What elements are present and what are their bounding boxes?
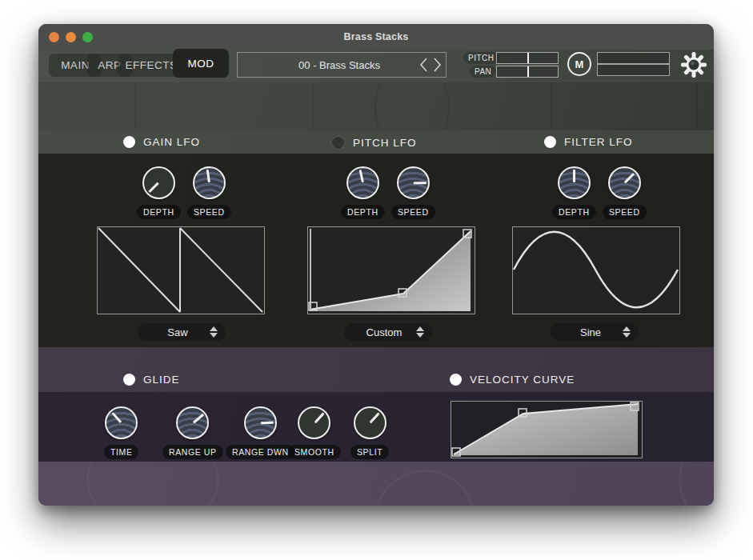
- saw-wave-icon: [98, 227, 263, 313]
- pitch-lfo-wave-display[interactable]: [307, 226, 475, 314]
- filter-lfo-toggle[interactable]: FILTER LFO: [544, 136, 633, 148]
- pitch-wave-dropdown[interactable]: Custom: [344, 323, 432, 341]
- gain-lfo-toggle[interactable]: GAIN LFO: [123, 136, 200, 148]
- glide-smooth-knob[interactable]: [298, 406, 330, 439]
- dropdown-arrows-icon: [416, 326, 424, 338]
- filter-depth-knob-group: DEPTH: [552, 166, 596, 219]
- chevron-left-icon: [419, 57, 428, 73]
- filter-lfo-led-icon[interactable]: [544, 136, 556, 148]
- knob-pointer: [573, 170, 575, 182]
- gain-lfo-title: GAIN LFO: [143, 136, 200, 148]
- preset-next-button[interactable]: [432, 56, 443, 74]
- gear-icon[interactable]: [680, 51, 707, 78]
- preset-selector[interactable]: 00 - Brass Stacks: [237, 52, 447, 78]
- pitch-lfo-title: PITCH LFO: [353, 137, 417, 149]
- knob-pointer: [206, 170, 210, 182]
- glide-range-up-knob[interactable]: [176, 406, 209, 439]
- tab-mod[interactable]: MOD: [173, 49, 229, 78]
- glide-time-label: TIME: [104, 445, 138, 459]
- gain-wave-value: Saw: [138, 326, 210, 338]
- pitch-speed-knob[interactable]: [397, 166, 430, 199]
- gain-speed-label: SPEED: [187, 205, 231, 219]
- pitch-depth-knob-group: DEPTH: [341, 166, 385, 219]
- titlebar: Brass Stacks: [38, 24, 714, 50]
- velocity-led-icon[interactable]: [450, 374, 462, 386]
- glide-range-up-knob-group: RANGE UP: [162, 406, 223, 459]
- knob-pointer: [624, 173, 635, 183]
- pitch-speed-knob-group: SPEED: [391, 166, 435, 219]
- pitch-wheel-label: PITCH: [463, 52, 499, 64]
- gain-speed-knob[interactable]: [193, 166, 226, 199]
- filter-speed-knob[interactable]: [608, 166, 641, 199]
- preset-name: 00 - Brass Stacks: [238, 59, 419, 71]
- close-button[interactable]: [49, 32, 59, 42]
- pan-thumb[interactable]: [527, 66, 529, 77]
- sine-wave-icon: [513, 227, 679, 313]
- lfo-header-band: GAIN LFO PITCH LFO FILTER LFO: [38, 130, 714, 155]
- filter-lfo-title: FILTER LFO: [564, 136, 633, 148]
- gain-speed-knob-group: SPEED: [187, 166, 231, 219]
- gain-lfo-led-icon[interactable]: [123, 136, 135, 148]
- glide-range-dwn-knob-group: RANGE DWN: [226, 406, 295, 459]
- filter-depth-label: DEPTH: [552, 205, 596, 219]
- preset-prev-button[interactable]: [419, 56, 429, 74]
- knob-pointer: [112, 412, 122, 423]
- knob-pointer: [359, 170, 364, 182]
- gain-wave-dropdown[interactable]: Saw: [138, 323, 226, 341]
- glide-led-icon[interactable]: [123, 374, 135, 386]
- window-title: Brass Stacks: [38, 31, 714, 42]
- pan-slider[interactable]: [496, 66, 559, 78]
- pitch-wave-value: Custom: [344, 326, 416, 338]
- glide-time-knob[interactable]: [105, 406, 138, 439]
- glide-range-dwn-knob[interactable]: [244, 406, 277, 439]
- lfo-section: DEPTH SPEED Saw DEPTH: [38, 154, 714, 349]
- gain-lfo-wave-display[interactable]: [97, 226, 265, 314]
- custom-wave-icon: [308, 227, 474, 313]
- glide-range-dwn-label: RANGE DWN: [226, 445, 295, 459]
- velocity-curve-icon: [451, 402, 641, 457]
- mono-button[interactable]: M: [567, 52, 591, 76]
- filter-speed-label: SPEED: [603, 205, 647, 219]
- meter-top: [597, 52, 670, 64]
- dropdown-arrows-icon: [210, 326, 218, 338]
- glide-section: TIME RANGE UP RANGE DWN SMOOTH SPLIT: [38, 392, 714, 462]
- chevron-right-icon: [433, 57, 442, 73]
- minimize-button[interactable]: [66, 32, 76, 42]
- gain-depth-knob-group: DEPTH: [137, 166, 181, 219]
- gain-depth-knob[interactable]: [142, 166, 175, 199]
- knob-pointer: [149, 182, 159, 193]
- filter-lfo-wave-display[interactable]: [512, 226, 680, 314]
- filter-depth-knob[interactable]: [558, 166, 591, 199]
- glide-smooth-knob-group: SMOOTH: [288, 406, 341, 459]
- page: Brass Stacks MAIN ARP EFFECTS MOD 00 - B…: [0, 0, 753, 560]
- pitch-lfo-toggle[interactable]: PITCH LFO: [331, 136, 417, 150]
- pitch-wheel-slider[interactable]: [496, 52, 559, 64]
- glide-title: GLIDE: [143, 374, 180, 386]
- velocity-curve-display[interactable]: [451, 401, 643, 458]
- dropdown-arrows-icon: [623, 326, 631, 338]
- pan-label: PAN: [470, 66, 496, 78]
- glide-header-band: GLIDE VELOCITY CURVE: [38, 347, 714, 394]
- pitch-depth-knob[interactable]: [346, 166, 379, 199]
- plugin-window: Brass Stacks MAIN ARP EFFECTS MOD 00 - B…: [38, 24, 714, 506]
- velocity-curve-toggle[interactable]: VELOCITY CURVE: [450, 374, 575, 386]
- glide-time-knob-group: TIME: [104, 406, 138, 459]
- pitch-speed-label: SPEED: [391, 205, 435, 219]
- meter-bottom: [597, 64, 670, 76]
- knob-pointer: [369, 412, 379, 423]
- pitch-wheel-thumb[interactable]: [527, 53, 529, 63]
- header-artwork: [38, 82, 714, 130]
- filter-wave-value: Sine: [551, 326, 623, 338]
- glide-split-label: SPLIT: [350, 445, 389, 459]
- filter-wave-dropdown[interactable]: Sine: [551, 323, 639, 341]
- glide-toggle[interactable]: GLIDE: [123, 374, 180, 386]
- pitch-depth-label: DEPTH: [341, 205, 385, 219]
- zoom-button[interactable]: [82, 32, 93, 42]
- knob-pointer: [192, 414, 203, 423]
- knob-pointer: [414, 182, 427, 184]
- glide-split-knob[interactable]: [354, 406, 387, 439]
- gain-depth-label: DEPTH: [137, 205, 181, 219]
- filter-speed-knob-group: SPEED: [603, 166, 647, 219]
- pitch-lfo-led-icon[interactable]: [331, 136, 345, 150]
- header-bar: MAIN ARP EFFECTS MOD 00 - Brass Stacks P…: [38, 50, 714, 83]
